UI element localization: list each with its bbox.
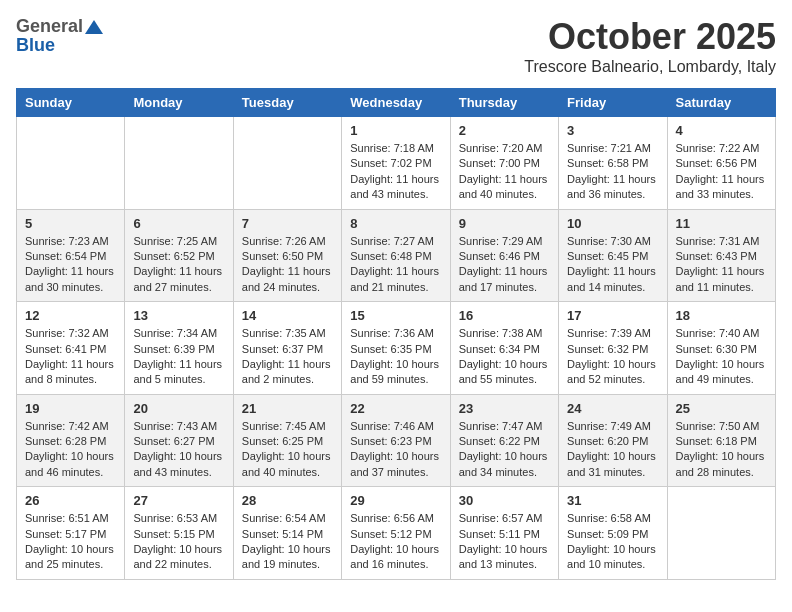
day-info: Sunrise: 7:39 AM Sunset: 6:32 PM Dayligh… — [567, 326, 658, 388]
calendar-day-cell: 1Sunrise: 7:18 AM Sunset: 7:02 PM Daylig… — [342, 117, 450, 210]
day-info: Sunrise: 7:20 AM Sunset: 7:00 PM Dayligh… — [459, 141, 550, 203]
day-info: Sunrise: 7:32 AM Sunset: 6:41 PM Dayligh… — [25, 326, 116, 388]
calendar-day-cell: 12Sunrise: 7:32 AM Sunset: 6:41 PM Dayli… — [17, 302, 125, 395]
calendar-day-cell: 19Sunrise: 7:42 AM Sunset: 6:28 PM Dayli… — [17, 394, 125, 487]
calendar-day-cell: 6Sunrise: 7:25 AM Sunset: 6:52 PM Daylig… — [125, 209, 233, 302]
calendar-day-cell: 31Sunrise: 6:58 AM Sunset: 5:09 PM Dayli… — [559, 487, 667, 580]
calendar-day-cell: 17Sunrise: 7:39 AM Sunset: 6:32 PM Dayli… — [559, 302, 667, 395]
calendar-week-row: 1Sunrise: 7:18 AM Sunset: 7:02 PM Daylig… — [17, 117, 776, 210]
logo-icon — [85, 18, 103, 36]
day-number: 9 — [459, 216, 550, 231]
day-number: 8 — [350, 216, 441, 231]
calendar-day-cell: 3Sunrise: 7:21 AM Sunset: 6:58 PM Daylig… — [559, 117, 667, 210]
day-number: 18 — [676, 308, 767, 323]
calendar-day-cell: 23Sunrise: 7:47 AM Sunset: 6:22 PM Dayli… — [450, 394, 558, 487]
day-info: Sunrise: 7:25 AM Sunset: 6:52 PM Dayligh… — [133, 234, 224, 296]
day-number: 2 — [459, 123, 550, 138]
day-info: Sunrise: 7:38 AM Sunset: 6:34 PM Dayligh… — [459, 326, 550, 388]
day-info: Sunrise: 7:26 AM Sunset: 6:50 PM Dayligh… — [242, 234, 333, 296]
day-info: Sunrise: 7:46 AM Sunset: 6:23 PM Dayligh… — [350, 419, 441, 481]
calendar-day-cell: 4Sunrise: 7:22 AM Sunset: 6:56 PM Daylig… — [667, 117, 775, 210]
day-info: Sunrise: 7:29 AM Sunset: 6:46 PM Dayligh… — [459, 234, 550, 296]
day-info: Sunrise: 7:42 AM Sunset: 6:28 PM Dayligh… — [25, 419, 116, 481]
calendar-day-cell — [17, 117, 125, 210]
weekday-header-cell: Friday — [559, 89, 667, 117]
day-number: 7 — [242, 216, 333, 231]
calendar-day-cell — [233, 117, 341, 210]
weekday-header-cell: Sunday — [17, 89, 125, 117]
day-number: 31 — [567, 493, 658, 508]
calendar-day-cell: 8Sunrise: 7:27 AM Sunset: 6:48 PM Daylig… — [342, 209, 450, 302]
day-info: Sunrise: 7:43 AM Sunset: 6:27 PM Dayligh… — [133, 419, 224, 481]
calendar-day-cell: 20Sunrise: 7:43 AM Sunset: 6:27 PM Dayli… — [125, 394, 233, 487]
calendar-day-cell: 30Sunrise: 6:57 AM Sunset: 5:11 PM Dayli… — [450, 487, 558, 580]
calendar-day-cell: 2Sunrise: 7:20 AM Sunset: 7:00 PM Daylig… — [450, 117, 558, 210]
calendar-day-cell: 18Sunrise: 7:40 AM Sunset: 6:30 PM Dayli… — [667, 302, 775, 395]
day-number: 28 — [242, 493, 333, 508]
day-number: 6 — [133, 216, 224, 231]
day-info: Sunrise: 7:36 AM Sunset: 6:35 PM Dayligh… — [350, 326, 441, 388]
day-info: Sunrise: 7:30 AM Sunset: 6:45 PM Dayligh… — [567, 234, 658, 296]
calendar-day-cell: 24Sunrise: 7:49 AM Sunset: 6:20 PM Dayli… — [559, 394, 667, 487]
day-number: 15 — [350, 308, 441, 323]
day-info: Sunrise: 6:54 AM Sunset: 5:14 PM Dayligh… — [242, 511, 333, 573]
calendar-week-row: 12Sunrise: 7:32 AM Sunset: 6:41 PM Dayli… — [17, 302, 776, 395]
day-number: 25 — [676, 401, 767, 416]
calendar-week-row: 19Sunrise: 7:42 AM Sunset: 6:28 PM Dayli… — [17, 394, 776, 487]
weekday-header-cell: Tuesday — [233, 89, 341, 117]
day-number: 5 — [25, 216, 116, 231]
weekday-header-cell: Monday — [125, 89, 233, 117]
day-info: Sunrise: 7:23 AM Sunset: 6:54 PM Dayligh… — [25, 234, 116, 296]
calendar-day-cell: 14Sunrise: 7:35 AM Sunset: 6:37 PM Dayli… — [233, 302, 341, 395]
calendar-day-cell: 5Sunrise: 7:23 AM Sunset: 6:54 PM Daylig… — [17, 209, 125, 302]
calendar-day-cell: 13Sunrise: 7:34 AM Sunset: 6:39 PM Dayli… — [125, 302, 233, 395]
logo-blue-text: Blue — [16, 35, 55, 56]
day-number: 27 — [133, 493, 224, 508]
day-info: Sunrise: 7:40 AM Sunset: 6:30 PM Dayligh… — [676, 326, 767, 388]
weekday-header-row: SundayMondayTuesdayWednesdayThursdayFrid… — [17, 89, 776, 117]
day-number: 17 — [567, 308, 658, 323]
day-info: Sunrise: 6:57 AM Sunset: 5:11 PM Dayligh… — [459, 511, 550, 573]
day-info: Sunrise: 7:21 AM Sunset: 6:58 PM Dayligh… — [567, 141, 658, 203]
calendar-day-cell: 22Sunrise: 7:46 AM Sunset: 6:23 PM Dayli… — [342, 394, 450, 487]
location-title: Trescore Balneario, Lombardy, Italy — [524, 58, 776, 76]
day-number: 4 — [676, 123, 767, 138]
calendar-day-cell: 25Sunrise: 7:50 AM Sunset: 6:18 PM Dayli… — [667, 394, 775, 487]
calendar-day-cell: 29Sunrise: 6:56 AM Sunset: 5:12 PM Dayli… — [342, 487, 450, 580]
calendar-day-cell — [667, 487, 775, 580]
month-title: October 2025 — [524, 16, 776, 58]
calendar-day-cell: 26Sunrise: 6:51 AM Sunset: 5:17 PM Dayli… — [17, 487, 125, 580]
calendar-day-cell: 7Sunrise: 7:26 AM Sunset: 6:50 PM Daylig… — [233, 209, 341, 302]
day-info: Sunrise: 7:27 AM Sunset: 6:48 PM Dayligh… — [350, 234, 441, 296]
calendar-body: 1Sunrise: 7:18 AM Sunset: 7:02 PM Daylig… — [17, 117, 776, 580]
day-number: 30 — [459, 493, 550, 508]
day-number: 24 — [567, 401, 658, 416]
calendar-week-row: 26Sunrise: 6:51 AM Sunset: 5:17 PM Dayli… — [17, 487, 776, 580]
day-number: 19 — [25, 401, 116, 416]
calendar-day-cell: 16Sunrise: 7:38 AM Sunset: 6:34 PM Dayli… — [450, 302, 558, 395]
calendar-day-cell: 15Sunrise: 7:36 AM Sunset: 6:35 PM Dayli… — [342, 302, 450, 395]
day-number: 29 — [350, 493, 441, 508]
day-info: Sunrise: 7:45 AM Sunset: 6:25 PM Dayligh… — [242, 419, 333, 481]
calendar-day-cell: 27Sunrise: 6:53 AM Sunset: 5:15 PM Dayli… — [125, 487, 233, 580]
day-info: Sunrise: 7:35 AM Sunset: 6:37 PM Dayligh… — [242, 326, 333, 388]
weekday-header-cell: Wednesday — [342, 89, 450, 117]
calendar-week-row: 5Sunrise: 7:23 AM Sunset: 6:54 PM Daylig… — [17, 209, 776, 302]
day-number: 23 — [459, 401, 550, 416]
day-info: Sunrise: 6:58 AM Sunset: 5:09 PM Dayligh… — [567, 511, 658, 573]
day-info: Sunrise: 6:53 AM Sunset: 5:15 PM Dayligh… — [133, 511, 224, 573]
day-number: 11 — [676, 216, 767, 231]
day-number: 3 — [567, 123, 658, 138]
day-info: Sunrise: 7:34 AM Sunset: 6:39 PM Dayligh… — [133, 326, 224, 388]
day-number: 10 — [567, 216, 658, 231]
day-number: 14 — [242, 308, 333, 323]
page-header: General Blue October 2025 Trescore Balne… — [16, 16, 776, 76]
day-number: 1 — [350, 123, 441, 138]
day-number: 12 — [25, 308, 116, 323]
day-info: Sunrise: 7:47 AM Sunset: 6:22 PM Dayligh… — [459, 419, 550, 481]
calendar-day-cell: 9Sunrise: 7:29 AM Sunset: 6:46 PM Daylig… — [450, 209, 558, 302]
calendar-day-cell — [125, 117, 233, 210]
calendar-day-cell: 28Sunrise: 6:54 AM Sunset: 5:14 PM Dayli… — [233, 487, 341, 580]
day-info: Sunrise: 7:22 AM Sunset: 6:56 PM Dayligh… — [676, 141, 767, 203]
calendar-day-cell: 10Sunrise: 7:30 AM Sunset: 6:45 PM Dayli… — [559, 209, 667, 302]
